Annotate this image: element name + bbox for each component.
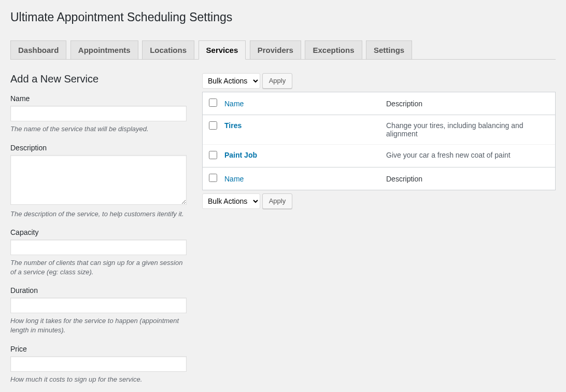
bulk-actions-select-top[interactable]: Bulk Actions <box>202 73 260 89</box>
price-hint: How much it costs to sign up for the ser… <box>10 375 187 384</box>
duration-label: Duration <box>10 286 187 295</box>
description-hint: The description of the service, to help … <box>10 209 187 219</box>
capacity-input[interactable] <box>10 240 187 255</box>
tab-navigation: Dashboard Appointments Locations Service… <box>10 36 556 60</box>
tab-services[interactable]: Services <box>199 40 246 60</box>
tablenav-bottom: Bulk Actions Apply <box>202 193 556 209</box>
tab-exceptions[interactable]: Exceptions <box>305 40 362 60</box>
capacity-hint: The number of clients that can sign up f… <box>10 258 187 277</box>
capacity-label: Capacity <box>10 228 187 236</box>
service-link-tires[interactable]: Tires <box>224 121 242 130</box>
tab-appointments[interactable]: Appointments <box>70 40 138 60</box>
apply-button-top[interactable]: Apply <box>262 73 293 89</box>
select-all-bottom-checkbox[interactable] <box>209 174 217 182</box>
name-label: Name <box>10 94 187 103</box>
tablenav-top: Bulk Actions Apply <box>202 73 556 89</box>
name-input[interactable] <box>10 106 187 121</box>
column-header-name[interactable]: Name <box>224 100 244 108</box>
row-checkbox[interactable] <box>209 121 217 130</box>
row-checkbox[interactable] <box>209 151 217 159</box>
column-header-description: Description <box>381 92 555 115</box>
name-hint: The name of the service that will be dis… <box>10 124 187 134</box>
select-all-top-checkbox[interactable] <box>209 99 217 107</box>
price-input[interactable] <box>10 356 187 372</box>
page-title: Ultimate Appointment Scheduling Settings <box>10 5 556 36</box>
services-table: Name Description Tires Change your tires… <box>202 92 556 190</box>
description-input[interactable] <box>10 155 187 205</box>
price-label: Price <box>10 345 187 353</box>
duration-input[interactable] <box>10 298 187 313</box>
column-footer-name[interactable]: Name <box>224 175 244 183</box>
bulk-actions-select-bottom[interactable]: Bulk Actions <box>202 193 260 209</box>
apply-button-bottom[interactable]: Apply <box>262 193 293 209</box>
tab-locations[interactable]: Locations <box>142 40 194 60</box>
service-link-paint-job[interactable]: Paint Job <box>224 151 257 159</box>
column-footer-description: Description <box>381 167 555 190</box>
tab-dashboard[interactable]: Dashboard <box>10 40 66 60</box>
row-description: Change your tires, including balancing a… <box>381 115 555 145</box>
tab-providers[interactable]: Providers <box>250 40 301 60</box>
table-row: Paint Job Give your car a fresh new coat… <box>203 145 555 167</box>
add-service-form: Add a New Service Name The name of the s… <box>10 73 187 392</box>
table-row: Tires Change your tires, including balan… <box>203 115 555 145</box>
tab-settings[interactable]: Settings <box>366 40 412 60</box>
form-heading: Add a New Service <box>10 73 187 85</box>
row-description: Give your car a fresh new coat of paint <box>381 145 555 167</box>
description-label: Description <box>10 144 187 152</box>
duration-hint: How long it takes for the service to hap… <box>10 316 187 335</box>
